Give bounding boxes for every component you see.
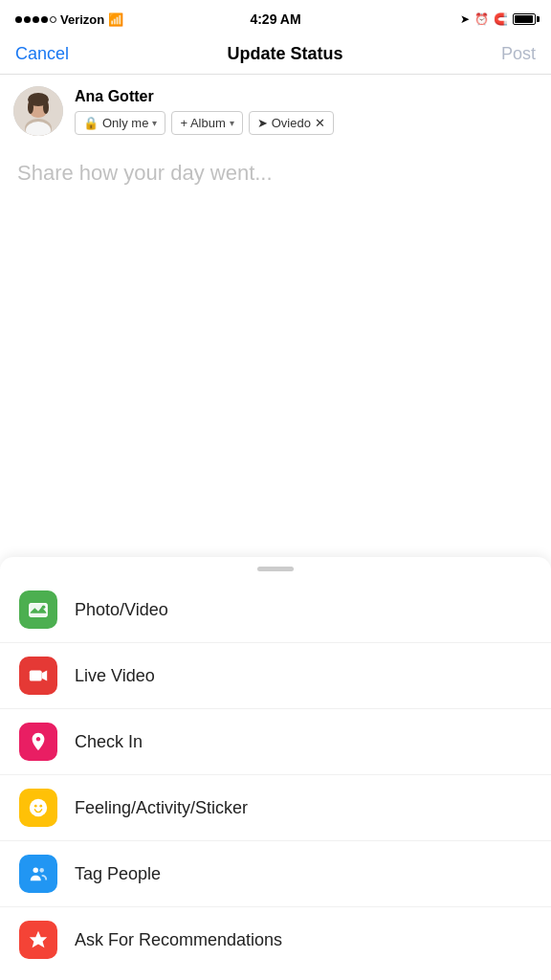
photo-video-icon <box>19 590 57 629</box>
sheet-handle <box>0 557 551 577</box>
privacy-caret-icon: ▾ <box>152 118 157 128</box>
cancel-button[interactable]: Cancel <box>15 44 69 64</box>
feeling-icon <box>19 789 57 827</box>
photo-video-label: Photo/Video <box>75 600 168 620</box>
user-info: Ana Gotter 🔒 Only me ▾ + Album ▾ ➤ Ovied… <box>75 88 334 135</box>
user-name: Ana Gotter <box>75 88 334 105</box>
svg-point-17 <box>39 868 44 873</box>
sheet-item-check-in[interactable]: Check In <box>0 709 551 775</box>
sheet-item-live-video[interactable]: Live Video <box>0 643 551 709</box>
battery-icon <box>513 13 536 25</box>
svg-point-13 <box>30 799 47 816</box>
carrier-name: Verizon <box>60 12 104 27</box>
svg-point-14 <box>34 805 37 808</box>
handle-bar <box>257 567 294 571</box>
status-bar: Verizon 📶 4:29 AM ➤ ⏰ 🧲 <box>0 0 551 34</box>
page: Verizon 📶 4:29 AM ➤ ⏰ 🧲 Cancel Update St… <box>0 0 551 980</box>
status-left: Verizon 📶 <box>15 12 123 27</box>
bottom-sheet: Photo/VideoLive VideoCheck InFeeling/Act… <box>0 557 551 980</box>
recommendations-icon <box>19 921 57 959</box>
check-in-label: Check In <box>75 732 143 752</box>
tags-row: 🔒 Only me ▾ + Album ▾ ➤ Oviedo ✕ <box>75 111 334 135</box>
recommendations-label: Ask For Recommendations <box>75 930 282 950</box>
svg-point-9 <box>42 605 46 609</box>
alarm-icon: ⏰ <box>474 12 489 26</box>
location-label: Oviedo <box>272 116 311 130</box>
avatar <box>13 86 63 136</box>
signal-dot-1 <box>15 16 22 23</box>
nav-bar: Cancel Update Status Post <box>0 34 551 75</box>
signal-dot-3 <box>33 16 39 23</box>
status-input[interactable]: Share how your day went... <box>0 147 551 377</box>
post-button[interactable]: Post <box>501 44 536 64</box>
album-caret-icon: ▾ <box>230 118 234 128</box>
svg-marker-18 <box>30 931 47 947</box>
live-video-icon <box>19 657 57 695</box>
svg-point-15 <box>39 805 42 808</box>
sheet-item-feeling[interactable]: Feeling/Activity/Sticker <box>0 775 551 841</box>
location-arrow-icon: ➤ <box>460 12 470 26</box>
location-close-icon: ✕ <box>315 116 325 130</box>
sheet-item-photo-video[interactable]: Photo/Video <box>0 577 551 643</box>
sheet-item-recommendations[interactable]: Ask For Recommendations <box>0 907 551 972</box>
avatar-image <box>13 86 63 136</box>
tag-people-icon <box>19 855 57 893</box>
svg-point-16 <box>33 868 39 874</box>
signal-dot-2 <box>24 16 31 23</box>
signal-dot-5 <box>50 16 56 23</box>
sheet-item-tag-people[interactable]: Tag People <box>0 841 551 907</box>
privacy-label: Only me <box>102 116 148 130</box>
status-time: 4:29 AM <box>250 11 300 27</box>
sheet-items-container: Photo/VideoLive VideoCheck InFeeling/Act… <box>0 577 551 972</box>
album-label: + Album <box>180 116 225 130</box>
status-right: ➤ ⏰ 🧲 <box>460 12 536 26</box>
signal-dot-4 <box>41 16 48 23</box>
location-icon: ➤ <box>257 116 268 130</box>
svg-point-6 <box>43 100 49 114</box>
status-placeholder: Share how your day went... <box>17 161 273 185</box>
svg-rect-11 <box>30 671 42 681</box>
wifi-icon: 📶 <box>108 12 123 27</box>
bluetooth-icon: 🧲 <box>494 12 508 26</box>
check-in-icon <box>19 723 57 761</box>
album-selector[interactable]: + Album ▾ <box>171 111 242 135</box>
svg-marker-12 <box>42 671 47 681</box>
user-row: Ana Gotter 🔒 Only me ▾ + Album ▾ ➤ Ovied… <box>0 75 551 147</box>
tag-people-label: Tag People <box>75 864 161 884</box>
page-title: Update Status <box>227 44 342 64</box>
live-video-label: Live Video <box>75 666 155 686</box>
feeling-label: Feeling/Activity/Sticker <box>75 798 248 818</box>
signal-dots <box>15 16 56 23</box>
privacy-selector[interactable]: 🔒 Only me ▾ <box>75 111 165 135</box>
svg-point-5 <box>28 100 33 114</box>
location-selector[interactable]: ➤ Oviedo ✕ <box>249 111 334 135</box>
lock-icon: 🔒 <box>83 116 99 130</box>
svg-rect-7 <box>30 604 47 617</box>
